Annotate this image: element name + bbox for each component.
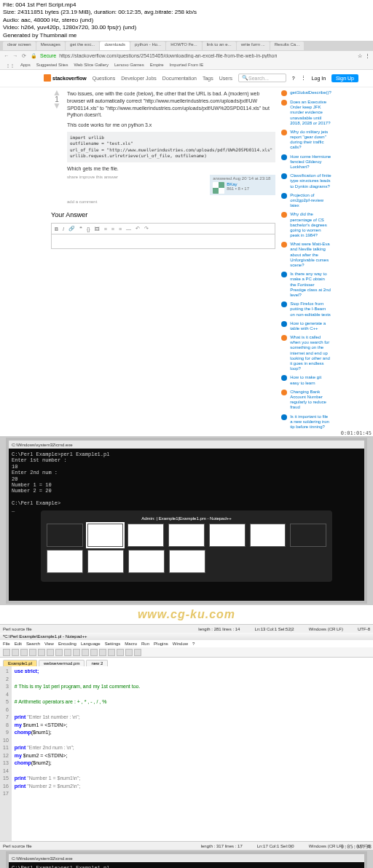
undo-icon[interactable]: ↶ [136,226,140,232]
share-link[interactable]: share improve this answer [67,175,118,195]
alt-tab-switcher[interactable]: Admin: | Example1|Example1.pm - Notepad+… [41,510,332,582]
sidebar-link[interactable]: Is there any way to make a PC obtain the… [290,272,331,298]
print-icon[interactable] [47,649,54,656]
nav-docs[interactable]: Documentation [162,76,197,81]
sidebar-link[interactable]: Is it important to file a new soldering … [290,414,331,430]
nav-jobs[interactable]: Developer Jobs [121,76,157,81]
sidebar-link[interactable]: How to generate a table with C++ [290,321,331,331]
link-icon[interactable]: 🔗 [68,226,75,232]
editor-textarea[interactable] [51,234,275,249]
numlist-icon[interactable]: ≡ [111,226,114,232]
file-tab[interactable]: webservermod.pm [39,660,85,666]
tab[interactable]: python - Ho... [130,42,165,50]
find-icon[interactable] [99,649,106,656]
nav-tags[interactable]: Tags [203,76,213,81]
menu-encoding[interactable]: Encoding [58,642,76,646]
window-thumb[interactable] [87,550,124,573]
wrap-icon[interactable] [125,649,133,656]
redo-icon[interactable]: ↷ [144,226,149,232]
menu-file[interactable]: File [3,642,10,646]
downvote-icon[interactable]: ▼ [52,103,61,108]
sidebar-link[interactable]: Does an Executive Order keep JFK murder … [290,100,331,126]
sidebar-link[interactable]: Why did the percentage of CS bachelor's … [290,212,331,238]
redo-icon[interactable] [90,649,98,656]
nav-questions[interactable]: Questions [93,76,116,81]
italic-icon[interactable]: I [63,226,64,232]
avatar[interactable] [213,182,224,194]
open-icon[interactable] [12,649,19,656]
tab[interactable]: clear screen [3,42,36,50]
tab[interactable]: link to an e... [203,42,236,50]
search-input[interactable]: 🔍 Search... [238,74,286,82]
menu-settings[interactable]: Settings [105,642,121,646]
bookmark[interactable]: Lenovo Games [114,63,144,67]
code-icon[interactable]: {} [87,226,90,232]
bookmark[interactable]: Imported From IE [170,63,204,67]
heading-icon[interactable]: ≡ [119,226,122,232]
tab[interactable]: Results Ca... [270,42,304,50]
menu-view[interactable]: View [44,642,54,646]
star-icon[interactable]: ☆ [358,53,362,59]
sidebar-link[interactable]: How come Hermione fancied Gilderoy Lockh… [290,154,331,170]
save-icon[interactable] [20,649,28,656]
tab[interactable]: get the exc... [66,42,99,50]
help-icon[interactable]: ⋮ [301,75,306,81]
apps-icon[interactable]: ⋮⋮ [6,63,15,68]
menu-macro[interactable]: Macro [125,642,137,646]
quote-icon[interactable]: ❝ [79,226,82,232]
back-icon[interactable]: ← [3,53,10,59]
replace-icon[interactable] [108,649,115,656]
window-thumb[interactable] [47,550,83,573]
so-logo[interactable]: stackoverflow [44,74,87,82]
bookmark[interactable]: Apps [20,63,31,67]
window-thumb[interactable] [209,524,246,547]
saveall-icon[interactable] [29,649,36,656]
menu-language[interactable]: Language [81,642,101,646]
menu-window[interactable]: Window [173,642,188,646]
upvote-icon[interactable]: ▲ [52,90,61,95]
sidebar-link[interactable]: Changing Bank Account Number regularly t… [290,390,331,411]
undo-icon[interactable] [82,649,89,656]
bold-icon[interactable]: B [55,226,58,232]
window-thumb-selected[interactable] [87,524,124,547]
sidebar-link[interactable]: What were Matt-Eva and Neville talking a… [290,242,331,268]
npp-editor[interactable]: 1234567891011121314151617 use strict; # … [0,666,373,841]
sidebar-link[interactable]: Projection of om2gp2pf-review latex [290,193,331,209]
window-thumb[interactable] [127,524,164,547]
window-thumb[interactable] [168,524,205,547]
menu-run[interactable]: Run [141,642,149,646]
hr-icon[interactable]: — [126,226,131,232]
tab-active[interactable]: downloads [100,42,130,50]
sidebar-link[interactable]: Classification of finite type structures… [290,173,331,189]
cut-icon[interactable] [55,649,63,656]
copy-icon[interactable] [64,649,71,656]
paste-icon[interactable] [73,649,80,656]
menu-plugins[interactable]: Plugins [154,642,168,646]
menu-icon[interactable]: ⋮ [365,53,370,59]
file-tab-active[interactable]: Example1.pl [3,660,37,666]
sidebar-link[interactable]: getGlobalDescribe()? [290,90,331,96]
menu-search[interactable]: Search [26,642,40,646]
window-thumb[interactable] [250,524,286,547]
file-tab[interactable]: new 2 [86,660,108,666]
close-icon[interactable] [38,649,45,656]
url-input[interactable]: https://stackoverflow.com/questions/2541… [59,53,355,58]
nav-users[interactable]: Users [219,76,232,81]
record-icon[interactable] [134,649,141,656]
window-thumb[interactable] [128,550,165,573]
window-thumb[interactable] [47,524,83,547]
login-link[interactable]: Log In [312,76,326,81]
menu-edit[interactable]: Edit [15,642,22,646]
new-icon[interactable] [3,649,10,656]
add-comment[interactable]: add a comment [67,200,275,204]
bookmark[interactable]: Suggested Sites [36,63,68,67]
menu-help[interactable]: ? [192,642,195,646]
bookmark[interactable]: Empire [150,63,164,67]
sidebar-link[interactable]: Why do military jets report "gear down" … [290,130,331,151]
sidebar-link[interactable]: Stop Firefox from putting the I-Beam on … [290,301,331,317]
forward-icon[interactable]: → [12,53,19,59]
bookmark[interactable]: Web Slice Gallery [74,63,109,67]
tab[interactable]: HOWTO Fe... [166,42,202,50]
list-icon[interactable]: ≡ [104,226,107,232]
inbox-icon[interactable]: ? [292,76,295,81]
